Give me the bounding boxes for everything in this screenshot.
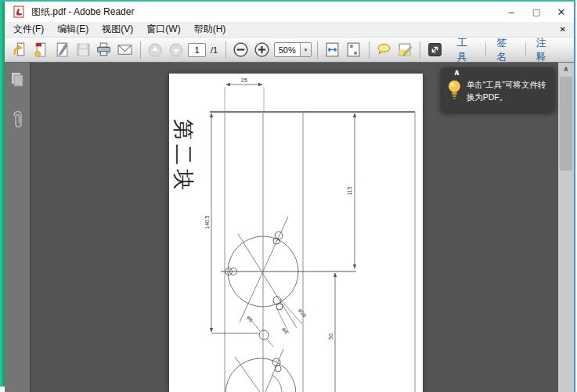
scrollbar-thumb[interactable] <box>560 77 572 171</box>
speech-bubble-icon <box>376 41 392 58</box>
dim-left-label: 140.5 <box>204 215 210 229</box>
toolbar: /1 50% ▾ <box>5 37 574 63</box>
fit-width-button[interactable] <box>323 40 342 59</box>
save-button[interactable] <box>74 40 92 59</box>
open-file-button[interactable] <box>11 40 30 59</box>
page-count-label: /1 <box>211 45 218 55</box>
menu-bar: 文件(F) 编辑(E) 视图(V) 窗口(W) 帮助(H) ✕ <box>5 22 574 37</box>
fullscreen-button[interactable] <box>426 40 445 59</box>
edit-icon <box>54 41 70 58</box>
dim-offset-label: 50 <box>328 333 334 340</box>
window-right-border <box>574 2 575 392</box>
adobe-reader-icon <box>13 5 25 18</box>
minimize-button[interactable]: – <box>499 2 524 21</box>
toolbar-separator <box>420 41 420 59</box>
toolbar-panels: 工具 签名 注释 <box>447 36 564 64</box>
print-button[interactable] <box>95 40 114 59</box>
arrow-up-icon <box>147 42 163 58</box>
open-file-icon <box>12 41 28 58</box>
window-controls: – ▢ ✕ <box>499 2 574 21</box>
zoom-dropdown-button[interactable]: ▾ <box>300 43 311 56</box>
fit-page-button[interactable] <box>344 40 363 59</box>
fit-page-icon <box>345 41 362 58</box>
comment-button[interactable] <box>375 40 394 59</box>
maximize-button[interactable]: ▢ <box>524 2 549 21</box>
arrow-down-icon <box>168 42 184 58</box>
dim-top-label: 25 <box>241 77 247 83</box>
menu-view[interactable]: 视图(V) <box>100 23 135 36</box>
comment-panel-button[interactable]: 注释 <box>526 36 564 64</box>
scroll-up-icon[interactable]: ∧ <box>558 63 574 75</box>
email-icon <box>117 41 133 58</box>
chevron-up-icon: ∧ <box>453 67 460 77</box>
menu-help[interactable]: 帮助(H) <box>193 23 228 36</box>
tooltip-message: 单击“工具”可将文件转换为PDF。 <box>467 78 549 104</box>
fullscreen-arrows-icon <box>427 41 443 58</box>
previous-page-button[interactable] <box>146 40 164 59</box>
tools-panel-button[interactable]: 工具 <box>447 36 485 64</box>
lightbulb-icon <box>447 78 462 102</box>
plus-circle-icon <box>254 41 270 58</box>
next-page-button[interactable] <box>167 40 186 59</box>
dim-right-label: 115 <box>347 186 352 195</box>
zoom-in-button[interactable] <box>253 40 272 59</box>
part-label: 第二块 <box>171 119 195 194</box>
menu-window[interactable]: 窗口(W) <box>145 23 182 36</box>
create-pdf-icon <box>33 41 49 58</box>
hole-phi28-label: Φ28 <box>297 307 308 318</box>
fit-width-icon <box>324 41 341 58</box>
title-bar: 图纸.pdf - Adobe Reader – ▢ ✕ <box>5 2 574 22</box>
adobe-reader-window: 图纸.pdf - Adobe Reader – ▢ ✕ 文件(F) 编辑(E) … <box>0 0 577 392</box>
zoom-level-value[interactable]: 50% <box>275 45 300 55</box>
create-pdf-button[interactable] <box>32 40 51 59</box>
pdf-page[interactable]: 第二块 25 140.5 115 <box>169 74 423 392</box>
sign-pen-icon <box>397 41 413 58</box>
hole-phi4-label: Φ4 <box>280 326 289 335</box>
menu-file[interactable]: 文件(F) <box>12 23 45 36</box>
vertical-scrollbar[interactable]: ∧ <box>558 63 574 392</box>
navigation-sidebar <box>5 63 31 392</box>
edit-document-button[interactable] <box>53 40 72 59</box>
tools-hint-popup: ∧ 单击“工具”可将文件转换为PDF。 <box>441 67 555 112</box>
minus-circle-icon <box>233 41 249 58</box>
sign-button[interactable] <box>395 40 414 59</box>
save-icon <box>75 41 92 58</box>
toolbar-separator <box>317 41 318 59</box>
toolbar-separator <box>369 41 370 59</box>
close-document-icon[interactable]: ✕ <box>560 25 566 34</box>
zoom-out-button[interactable] <box>232 40 251 59</box>
zoom-level-control: 50% ▾ <box>274 42 312 57</box>
toolbar-separator <box>140 41 141 59</box>
technical-drawing: 第二块 25 140.5 115 <box>169 74 423 392</box>
sign-panel-button[interactable]: 签名 <box>486 36 525 64</box>
close-button[interactable]: ✕ <box>549 2 574 21</box>
window-title: 图纸.pdf - Adobe Reader <box>31 5 134 19</box>
page-number-input[interactable] <box>188 43 206 57</box>
toolbar-separator <box>225 41 226 59</box>
attachments-icon[interactable] <box>9 110 25 130</box>
email-button[interactable] <box>116 40 135 59</box>
print-icon <box>96 41 112 58</box>
menu-edit[interactable]: 编辑(E) <box>56 23 90 36</box>
page-thumbnails-icon[interactable] <box>9 70 26 88</box>
chevron-down-icon: ▾ <box>305 47 308 53</box>
